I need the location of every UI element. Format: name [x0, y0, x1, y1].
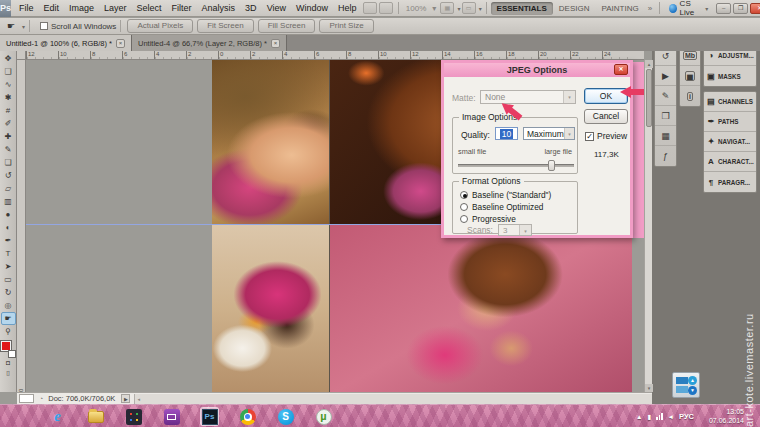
zoom-field[interactable]: [19, 394, 34, 403]
shape-tool[interactable]: ▭: [1, 273, 16, 286]
bridge-launch-icon[interactable]: [363, 2, 377, 14]
view-button[interactable]: Actual Pixels: [127, 19, 193, 33]
internet-explorer-icon[interactable]: e: [48, 407, 67, 426]
tray-expand-icon[interactable]: ▲: [636, 413, 642, 420]
hand-tool-icon[interactable]: ☛: [2, 21, 20, 31]
photo-viewer-icon[interactable]: [124, 407, 143, 426]
menu-item[interactable]: View: [262, 1, 291, 15]
status-menu-icon[interactable]: ▶: [121, 394, 130, 403]
dodge-tool[interactable]: ◐: [1, 221, 16, 234]
panel-character[interactable]: A CHARACT...: [704, 152, 756, 172]
move-tool[interactable]: ✥: [1, 52, 16, 65]
battery-icon[interactable]: ▮: [647, 413, 651, 421]
radio-baseline-optimized[interactable]: Baseline Optimized: [460, 201, 551, 213]
histogram-panel-icon[interactable]: ▅: [680, 66, 700, 86]
menu-item[interactable]: Edit: [39, 1, 65, 15]
gradient-tool[interactable]: ▥: [1, 195, 16, 208]
3d-rotate-tool[interactable]: ↻: [1, 286, 16, 299]
restore-button[interactable]: ❐: [733, 3, 748, 14]
info-panel-icon[interactable]: i: [680, 86, 700, 106]
close-button[interactable]: ✕: [750, 3, 760, 14]
mini-bridge-launch-icon[interactable]: [379, 2, 393, 14]
clone-source-panel-icon[interactable]: ❒: [655, 106, 676, 126]
close-icon[interactable]: ✕: [614, 64, 628, 75]
taskbar-clock[interactable]: 13:05 07.06.2014: [709, 408, 744, 425]
quality-preset-dropdown[interactable]: Maximum ▾: [523, 127, 575, 140]
3d-camera-tool[interactable]: ◎: [1, 299, 16, 312]
close-icon[interactable]: ×: [116, 39, 125, 48]
menu-item[interactable]: Analysis: [197, 1, 241, 15]
quick-selection-tool[interactable]: ✱: [1, 91, 16, 104]
panel-masks[interactable]: ▣ MASKS: [704, 66, 756, 86]
quality-slider[interactable]: [458, 164, 574, 167]
skype-icon[interactable]: S: [276, 407, 295, 426]
menu-item[interactable]: Help: [333, 1, 362, 15]
eyedropper-tool[interactable]: ✐: [1, 117, 16, 130]
zoom-tool[interactable]: ⚲: [1, 325, 16, 338]
vertical-ruler[interactable]: 024681012141618: [17, 60, 26, 392]
horizontal-scrollbar[interactable]: ◂: [134, 394, 652, 404]
view-button[interactable]: Fill Screen: [258, 19, 316, 33]
panel-navigator[interactable]: ✦ NAVIGAT...: [704, 132, 756, 152]
dialog-title-bar[interactable]: JPEG Options ✕: [444, 63, 630, 77]
language-indicator[interactable]: РУС: [679, 412, 694, 421]
scrollbar-thumb[interactable]: [646, 69, 652, 127]
minimize-button[interactable]: –: [716, 3, 731, 14]
screen-mode-icon[interactable]: ▭: [462, 2, 476, 14]
quick-mask-button[interactable]: ◘: [2, 358, 15, 368]
crop-tool[interactable]: #: [1, 104, 16, 117]
horizontal-ruler[interactable]: 12108642024681012141618202224: [26, 51, 644, 60]
history-brush-tool[interactable]: ↺: [1, 169, 16, 182]
cancel-button[interactable]: Cancel: [584, 109, 628, 124]
photoshop-taskbar-icon[interactable]: Ps: [200, 407, 219, 426]
zoom-level[interactable]: 100%: [406, 4, 426, 13]
doc-tab-untitled-1[interactable]: Untitled-1 @ 100% (6, RGB/8) * ×: [0, 35, 132, 51]
type-tool[interactable]: T: [1, 247, 16, 260]
menu-item[interactable]: File: [14, 1, 39, 15]
slider-thumb[interactable]: [548, 160, 555, 171]
menu-item[interactable]: Window: [291, 1, 333, 15]
spot-healing-brush-tool[interactable]: ✚: [1, 130, 16, 143]
clone-stamp-tool[interactable]: ❏: [1, 156, 16, 169]
scroll-all-windows-checkbox[interactable]: [40, 22, 48, 30]
view-button[interactable]: Print Size: [319, 19, 373, 33]
vertical-scrollbar[interactable]: ▴ ▾: [644, 60, 652, 392]
arrange-documents-icon[interactable]: ▦: [440, 2, 454, 14]
brush-panel-icon[interactable]: ✎: [655, 86, 676, 106]
layer-comps-panel-icon[interactable]: ▦: [655, 126, 676, 146]
scroll-down-icon[interactable]: ▾: [645, 384, 653, 392]
gadget-up-icon[interactable]: ▲: [688, 376, 697, 385]
cs-live-button[interactable]: CS Live ▾: [669, 0, 708, 17]
doc-tab-untitled-4[interactable]: Untitled-4 @ 66,7% (Layer 2, RGB/8) * ×: [132, 35, 287, 51]
utorrent-icon[interactable]: µ: [314, 407, 333, 426]
radio-baseline-standard[interactable]: Baseline ("Standard"): [460, 189, 551, 201]
menu-item[interactable]: Filter: [167, 1, 197, 15]
panel-channels[interactable]: ▤ CHANNELS: [704, 92, 756, 112]
workspace-essentials[interactable]: ESSENTIALS: [491, 2, 553, 15]
gadget-down-icon[interactable]: ▼: [688, 386, 697, 395]
screen-mode-button[interactable]: ▯: [2, 368, 15, 378]
workspace-overflow-icon[interactable]: »: [645, 4, 655, 13]
workspace-design[interactable]: DESIGN: [553, 2, 596, 15]
eraser-tool[interactable]: ▱: [1, 182, 16, 195]
menu-item[interactable]: 3D: [240, 1, 262, 15]
preview-checkbox[interactable]: ✓: [585, 132, 594, 141]
path-selection-tool[interactable]: ➤: [1, 260, 16, 273]
remote-app-icon[interactable]: [162, 407, 181, 426]
styles-panel-icon[interactable]: ƒ: [655, 146, 676, 166]
blur-tool[interactable]: ●: [1, 208, 16, 221]
close-icon[interactable]: ×: [271, 39, 280, 48]
view-button[interactable]: Fit Screen: [197, 19, 253, 33]
chrome-icon[interactable]: [238, 407, 257, 426]
scroll-up-icon[interactable]: ▴: [645, 60, 653, 68]
brush-tool[interactable]: ✎: [1, 143, 16, 156]
menu-item[interactable]: Image: [64, 1, 99, 15]
file-explorer-icon[interactable]: [86, 407, 105, 426]
rectangular-marquee-tool[interactable]: ❑: [1, 65, 16, 78]
actions-panel-icon[interactable]: ▶: [655, 66, 676, 86]
menu-item[interactable]: Layer: [99, 1, 132, 15]
network-icon[interactable]: [656, 413, 663, 420]
desktop-gadget[interactable]: ▲ ▼: [672, 372, 700, 398]
menu-item[interactable]: Select: [132, 1, 167, 15]
background-color-swatch[interactable]: [8, 350, 16, 358]
